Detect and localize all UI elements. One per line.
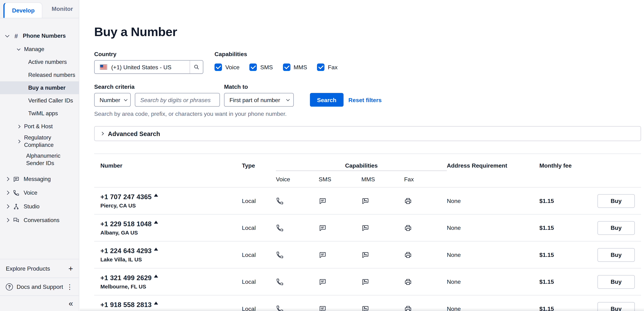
caret-up-icon[interactable] xyxy=(154,248,158,250)
sidebar-item-label: Port & Host xyxy=(24,123,53,130)
country-search-button[interactable] xyxy=(190,60,203,74)
table-header: Number Type Capabilities Address Require… xyxy=(94,154,641,188)
fax-capability-icon xyxy=(404,278,447,286)
mms-checkbox[interactable] xyxy=(283,63,290,71)
sidebar-item-buy-a-number[interactable]: Buy a number xyxy=(0,81,79,94)
sidebar-item-active-numbers[interactable]: Active numbers xyxy=(0,56,79,68)
match-to-select[interactable]: First part of number xyxy=(224,93,294,106)
sidebar-item-voice[interactable]: Voice xyxy=(0,186,79,200)
search-criteria-field: Search criteria Number xyxy=(94,83,220,106)
country-select[interactable]: (+1) United States - US xyxy=(94,60,203,74)
caret-up-icon[interactable] xyxy=(154,274,158,277)
tab-monitor[interactable]: Monitor xyxy=(42,0,82,18)
caret-up-icon[interactable] xyxy=(154,194,158,196)
advanced-search-label: Advanced Search xyxy=(108,130,160,137)
table-row: +1 229 518 1048 Albany, GA US Local None… xyxy=(94,214,641,242)
capability-option-voice[interactable]: Voice xyxy=(214,63,240,71)
sms-capability-icon xyxy=(318,251,361,259)
number-type: Local xyxy=(242,198,276,204)
sidebar-item-label: Regulatory Compliance xyxy=(24,134,70,149)
tab-develop[interactable]: Develop xyxy=(3,2,42,18)
filter-row-2: Search criteria Number Match to First pa… xyxy=(94,83,641,106)
explore-products-button[interactable]: Explore Products + xyxy=(0,259,79,278)
sms-checkbox[interactable] xyxy=(250,63,257,71)
column-header-capabilities: Capabilities xyxy=(276,154,447,171)
sidebar-item-twiml-apps[interactable]: TwiML apps xyxy=(0,107,79,120)
sidebar-item-manage[interactable]: Manage xyxy=(0,43,79,56)
fax-capability-icon xyxy=(404,224,447,232)
chevron-down-icon xyxy=(124,98,128,101)
caret-up-icon[interactable] xyxy=(154,220,158,223)
number-type: Local xyxy=(242,278,276,285)
buy-button[interactable]: Buy xyxy=(598,275,635,289)
caret-up-icon[interactable] xyxy=(154,302,158,304)
mms-capability-icon xyxy=(361,197,404,205)
page-title: Buy a Number xyxy=(94,25,641,39)
monthly-fee: $1.15 xyxy=(539,306,598,311)
search-icon xyxy=(194,64,200,70)
capabilities-field: Capabilities Voice SMS MMS xyxy=(214,51,348,74)
sidebar-item-studio[interactable]: Studio xyxy=(0,200,79,213)
collapse-sidebar-icon: « xyxy=(68,299,73,308)
chevron-right-icon xyxy=(100,132,104,136)
mms-checkbox-label: MMS xyxy=(294,64,307,70)
number-cell: +1 224 643 4293 Lake Villa, IL US xyxy=(94,247,242,262)
sidebar-nav: # Phone Numbers Manage Active numbers Re… xyxy=(0,18,79,259)
sidebar-item-label: Verified Caller IDs xyxy=(28,97,73,104)
table-row: +1 321 499 2629 Melbourne, FL US Local N… xyxy=(94,268,641,296)
capability-option-sms[interactable]: SMS xyxy=(250,63,273,71)
sidebar-item-label: Conversations xyxy=(24,216,59,224)
mms-capability-icon xyxy=(361,224,404,232)
criteria-type-select[interactable]: Number xyxy=(94,93,130,106)
column-header-type: Type xyxy=(242,154,276,171)
number-type: Local xyxy=(242,306,276,311)
capability-option-mms[interactable]: MMS xyxy=(283,63,307,71)
sidebar-item-phone-numbers[interactable]: # Phone Numbers xyxy=(0,29,79,43)
results-table: Number Type Capabilities Address Require… xyxy=(94,154,641,311)
buy-button[interactable]: Buy xyxy=(598,221,635,235)
sidebar-collapse-button[interactable]: « xyxy=(0,296,79,311)
mms-capability-icon xyxy=(361,305,404,311)
twilio-console: Develop Monitor # Phone Numbers Manage A… xyxy=(0,0,644,311)
sidebar-item-regulatory-compliance[interactable]: Regulatory Compliance xyxy=(0,133,79,150)
sidebar-item-port-host[interactable]: Port & Host xyxy=(0,120,79,133)
reset-filters-link[interactable]: Reset filters xyxy=(348,96,382,103)
sidebar-item-conversations[interactable]: Conversations xyxy=(0,213,79,227)
sidebar-item-label: Messaging xyxy=(24,175,51,182)
chevron-down-icon xyxy=(5,33,10,37)
fax-checkbox-label: Fax xyxy=(328,64,338,70)
match-to-label: Match to xyxy=(224,83,294,90)
match-to-field: Match to First part of number xyxy=(224,83,294,106)
fax-checkbox[interactable] xyxy=(317,63,324,71)
sidebar-item-verified-caller-ids[interactable]: Verified Caller IDs xyxy=(0,94,79,107)
number-type: Local xyxy=(242,224,276,231)
sms-capability-icon xyxy=(318,305,361,311)
search-digits-input[interactable] xyxy=(135,93,220,106)
plus-icon[interactable]: + xyxy=(68,264,73,272)
search-button[interactable]: Search xyxy=(310,93,344,106)
capabilities-checkboxes: Voice SMS MMS Fax xyxy=(214,60,348,74)
country-field: Country (+1) United States - US xyxy=(94,51,203,74)
console-tabs: Develop Monitor xyxy=(0,0,79,18)
capability-option-fax[interactable]: Fax xyxy=(317,63,338,71)
docs-and-support-button[interactable]: ? Docs and Support ⋮ xyxy=(0,278,79,296)
phone-number: +1 224 643 4293 xyxy=(100,247,152,254)
sidebar-item-messaging[interactable]: Messaging xyxy=(0,172,79,186)
column-header-sms: SMS xyxy=(318,171,361,187)
sidebar-item-alphanumeric-sender-ids[interactable]: Alphanumeric Sender IDs xyxy=(0,150,79,170)
kebab-menu-icon[interactable]: ⋮ xyxy=(66,283,73,290)
buy-button[interactable]: Buy xyxy=(598,194,635,208)
table-row: +1 918 558 2813 Mcalester, OK US Local N… xyxy=(94,296,641,311)
sidebar-item-label: Released numbers xyxy=(28,71,75,78)
sidebar-item-released-numbers[interactable]: Released numbers xyxy=(0,68,79,81)
explore-products-label: Explore Products xyxy=(6,265,50,272)
phone-number: +1 707 247 4365 xyxy=(100,193,152,200)
voice-checkbox[interactable] xyxy=(214,63,222,71)
filter-actions: Search Reset filters xyxy=(310,83,382,106)
buy-button[interactable]: Buy xyxy=(598,302,635,311)
search-criteria-label: Search criteria xyxy=(94,83,220,90)
buy-button[interactable]: Buy xyxy=(598,248,635,262)
country-label: Country xyxy=(94,51,203,57)
chevron-right-icon xyxy=(5,204,10,208)
advanced-search-toggle[interactable]: Advanced Search xyxy=(94,126,641,141)
